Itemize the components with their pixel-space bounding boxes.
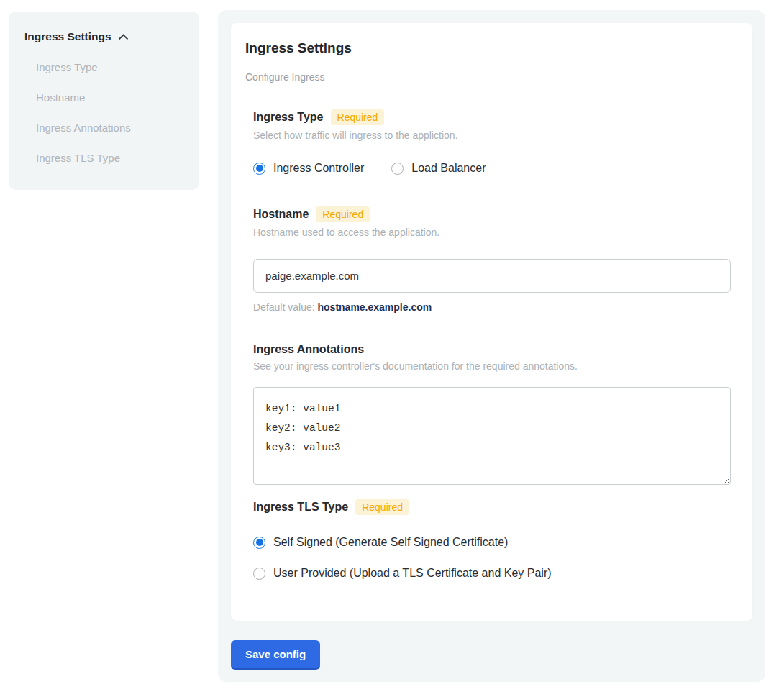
ingress-annotations-help: See your ingress controller's documentat… (253, 360, 731, 372)
sidebar-item-ingress-annotations[interactable]: Ingress Annotations (36, 122, 185, 134)
section-hostname: Hostname Required Hostname used to acces… (253, 206, 731, 313)
ingress-type-options: Ingress Controller Load Balancer (253, 162, 731, 175)
sidebar-item-hostname[interactable]: Hostname (36, 91, 185, 104)
chevron-up-icon (118, 34, 129, 40)
required-badge: Required (355, 499, 409, 515)
settings-sidebar: Ingress Settings Ingress Type Hostname I… (9, 12, 199, 190)
radio-icon (253, 163, 265, 175)
section-ingress-tls-type: Ingress TLS Type Required Self Signed (G… (253, 499, 731, 580)
ingress-settings-card: Ingress Settings Configure Ingress Ingre… (231, 23, 752, 621)
sidebar-item-ingress-type[interactable]: Ingress Type (36, 61, 185, 73)
radio-label: Ingress Controller (273, 162, 364, 175)
ingress-tls-type-label: Ingress TLS Type (253, 501, 348, 514)
radio-icon (253, 568, 265, 580)
hostname-input[interactable] (253, 259, 731, 293)
page-title: Ingress Settings (245, 40, 731, 56)
sidebar-section-title: Ingress Settings (24, 30, 111, 43)
radio-option-ingress-controller[interactable]: Ingress Controller (253, 162, 364, 175)
hostname-help: Hostname used to access the application. (253, 227, 731, 238)
radio-icon (391, 163, 404, 175)
ingress-type-label: Ingress Type (253, 111, 324, 124)
ingress-type-help: Select how traffic will ingress to the a… (253, 129, 731, 141)
default-value-text: hostname.example.com (318, 301, 432, 313)
radio-label: User Provided (Upload a TLS Certificate … (273, 567, 552, 580)
hostname-default-line: Default value: hostname.example.com (253, 301, 731, 313)
default-value-prefix: Default value: (253, 301, 318, 313)
ingress-annotations-label: Ingress Annotations (253, 343, 364, 356)
ingress-annotations-textarea[interactable]: key1: value1 key2: value2 key3: value3 (253, 387, 731, 485)
save-config-button[interactable]: Save config (231, 640, 320, 670)
radio-icon (253, 537, 265, 549)
required-badge: Required (331, 109, 385, 125)
settings-panel: Ingress Settings Configure Ingress Ingre… (218, 10, 765, 682)
section-ingress-annotations: Ingress Annotations See your ingress con… (253, 343, 731, 485)
radio-option-user-provided[interactable]: User Provided (Upload a TLS Certificate … (253, 567, 731, 580)
ingress-tls-options: Self Signed (Generate Self Signed Certif… (253, 536, 731, 580)
radio-label: Load Balancer (411, 162, 486, 175)
sidebar-items: Ingress Type Hostname Ingress Annotation… (36, 61, 185, 164)
radio-label: Self Signed (Generate Self Signed Certif… (273, 536, 508, 549)
radio-option-load-balancer[interactable]: Load Balancer (391, 162, 486, 175)
page-subtitle: Configure Ingress (245, 71, 731, 83)
section-ingress-type: Ingress Type Required Select how traffic… (253, 109, 731, 175)
hostname-label: Hostname (253, 208, 309, 221)
sidebar-item-ingress-tls-type[interactable]: Ingress TLS Type (36, 152, 185, 164)
required-badge: Required (316, 206, 370, 222)
radio-option-self-signed[interactable]: Self Signed (Generate Self Signed Certif… (253, 536, 731, 549)
sidebar-section-toggle[interactable]: Ingress Settings (24, 30, 185, 43)
